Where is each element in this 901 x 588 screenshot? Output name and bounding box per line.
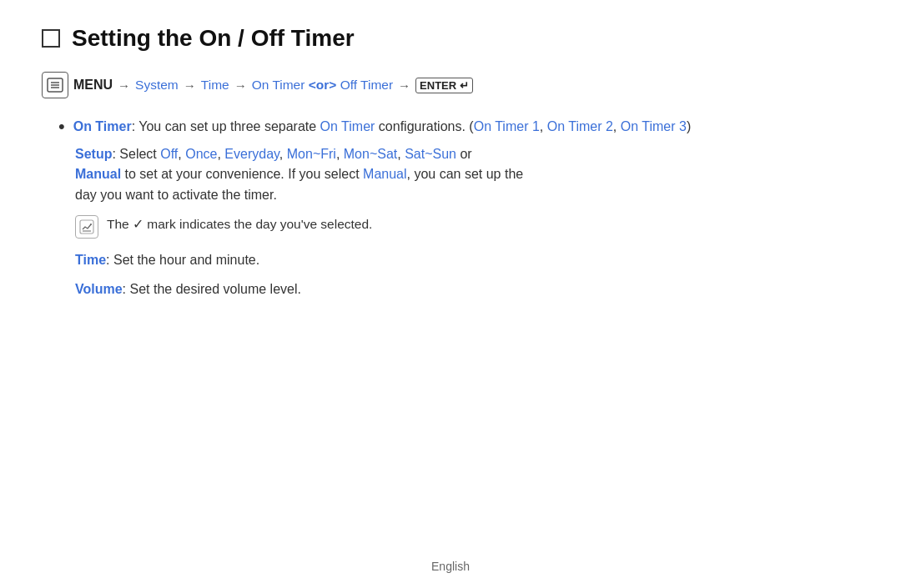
ontimer-link: On Timer <or> Off Timer bbox=[252, 78, 393, 93]
volume-text: : Set the desired volume level. bbox=[123, 282, 301, 296]
timer3: On Timer 3 bbox=[621, 119, 687, 133]
time-link: Time bbox=[201, 78, 229, 93]
page-content: Setting the On / Off Timer MENU → System… bbox=[0, 0, 901, 339]
manual-text: to set at your convenience. If you selec… bbox=[121, 167, 363, 181]
manual-label: Manual bbox=[75, 167, 121, 181]
footer: English bbox=[0, 560, 901, 573]
on-timer-mid: On Timer bbox=[320, 119, 375, 133]
note-icon bbox=[75, 215, 98, 239]
note-text: The ✓ mark indicates the day you've sele… bbox=[107, 214, 372, 234]
opt-once: Once bbox=[185, 147, 217, 161]
arrow2: → bbox=[184, 78, 196, 93]
sep4: , bbox=[336, 147, 344, 161]
opt-satsun: Sat~Sun bbox=[405, 147, 456, 161]
close-paren: ) bbox=[687, 119, 691, 133]
bullet-item-ontimer: • On Timer: You can set up three separat… bbox=[58, 117, 859, 139]
note-suffix: mark indicates the day you've selected. bbox=[143, 217, 372, 231]
setup-colon: : Select bbox=[112, 147, 160, 161]
timer2: On Timer 2 bbox=[547, 119, 613, 133]
volume-label: Volume bbox=[75, 282, 123, 296]
menu-path-row: MENU → System → Time → On Timer <or> Off… bbox=[42, 72, 859, 98]
or-text: or bbox=[456, 147, 472, 161]
sep5: , bbox=[397, 147, 405, 161]
page-title: Setting the On / Off Timer bbox=[72, 25, 355, 52]
day-text: day you want to activate the timer. bbox=[75, 188, 277, 202]
on-timer-label: On Timer bbox=[73, 119, 132, 133]
bullet-dot: • bbox=[58, 115, 65, 139]
menu-label: MENU bbox=[73, 78, 113, 93]
opt-off: Off bbox=[160, 147, 178, 161]
opt-monsat: Mon~Sat bbox=[344, 147, 397, 161]
svg-point-5 bbox=[90, 224, 92, 225]
checkbox-icon bbox=[42, 29, 60, 48]
comma1: , bbox=[540, 119, 547, 133]
menu-icon bbox=[42, 72, 68, 98]
title-row: Setting the On / Off Timer bbox=[42, 25, 859, 52]
svg-rect-4 bbox=[80, 220, 93, 234]
sep1: , bbox=[178, 147, 185, 161]
note-row: The ✓ mark indicates the day you've sele… bbox=[75, 214, 859, 239]
volume-line: Volume: Set the desired volume level. bbox=[75, 279, 859, 300]
bullet-section: • On Timer: You can set up three separat… bbox=[58, 117, 859, 300]
time-line: Time: Set the hour and minute. bbox=[75, 250, 859, 271]
colon-text: : You can set up three separate bbox=[132, 119, 320, 133]
time-text: : Set the hour and minute. bbox=[106, 253, 259, 267]
arrow4: → bbox=[398, 78, 410, 93]
opt-everyday: Everyday bbox=[224, 147, 279, 161]
timer1: On Timer 1 bbox=[474, 119, 540, 133]
comma2: , bbox=[613, 119, 621, 133]
setup-line: Setup: Select Off, Once, Everyday, Mon~F… bbox=[75, 144, 859, 206]
manual-rest: , you can set up the bbox=[407, 167, 524, 181]
sep2: , bbox=[217, 147, 224, 161]
time-label: Time bbox=[75, 253, 106, 267]
enter-key: ENTER ↵ bbox=[415, 78, 473, 93]
sep3: , bbox=[279, 147, 287, 161]
note-prefix: The bbox=[107, 217, 133, 231]
arrow1: → bbox=[118, 78, 130, 93]
arrow3: → bbox=[234, 78, 247, 93]
checkmark: ✓ bbox=[133, 217, 143, 231]
setup-label: Setup bbox=[75, 147, 112, 161]
manual-label2: Manual bbox=[363, 167, 406, 181]
footer-language: English bbox=[431, 560, 470, 573]
bullet-text: On Timer: You can set up three separate … bbox=[73, 117, 692, 138]
configs-text: configurations. ( bbox=[375, 119, 473, 133]
system-link: System bbox=[135, 78, 179, 93]
opt-monfri: Mon~Fri bbox=[287, 147, 336, 161]
